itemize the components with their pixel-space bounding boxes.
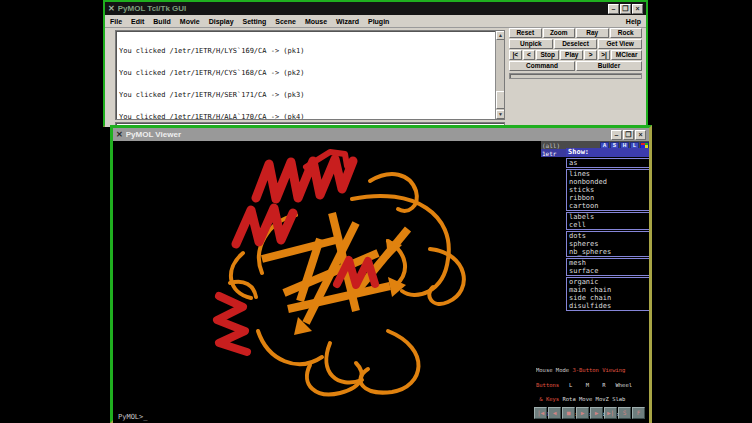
show-menu-item-ribbon[interactable]: ribbon [567, 194, 649, 202]
show-menu-item-sticks[interactable]: sticks [567, 186, 649, 194]
show-menu-item-cell[interactable]: cell [567, 221, 649, 229]
show-menu-title: Show: [566, 148, 649, 157]
show-menu-group: as [566, 158, 649, 168]
show-menu-item-surface[interactable]: surface [567, 267, 649, 275]
close-button[interactable]: × [632, 4, 643, 14]
viewer-titlebar[interactable]: ✕ PyMOL Viewer – ❒ × [113, 128, 649, 141]
console-line: You clicked /1etr/1ETR/H/LYS`169/CA -> (… [119, 48, 494, 55]
mouse-matrix-row: Buttons L M R Wheel [536, 383, 649, 388]
play-icon[interactable]: ▶ [576, 407, 589, 419]
zoom-button[interactable]: Zoom [543, 28, 576, 38]
show-menu-item-main-chain[interactable]: main chain [567, 286, 649, 294]
seek-end-icon[interactable]: ▶| [604, 407, 617, 419]
window-manager-icon: ✕ [116, 131, 123, 139]
gui-titlebar[interactable]: ✕ PyMOL Tcl/Tk GUI – ❒ × [105, 2, 646, 15]
movie-back-button[interactable]: < [523, 50, 536, 60]
console-output: You clicked /1etr/1ETR/H/LYS`169/CA -> (… [115, 30, 505, 120]
window-manager-icon: ✕ [108, 5, 115, 13]
movie-stop-button[interactable]: Stop [536, 50, 559, 60]
maximize-button[interactable]: ❒ [620, 4, 631, 14]
deselect-button[interactable]: Deselect [554, 39, 598, 49]
show-menu-item-nonbonded[interactable]: nonbonded [567, 178, 649, 186]
rock-button[interactable]: Rock [610, 28, 643, 38]
show-menu-group: mesh surface [566, 258, 649, 276]
close-button[interactable]: × [635, 130, 646, 140]
menu-build[interactable]: Build [153, 18, 171, 25]
scroll-down-icon[interactable]: ▼ [496, 110, 505, 119]
command-tab-button[interactable]: Command [509, 61, 575, 71]
scroll-up-icon[interactable]: ▲ [496, 31, 505, 40]
mouse-mode-line: Mouse Mode 3-Button Viewing [536, 368, 649, 373]
show-menu-item-spheres[interactable]: spheres [567, 240, 649, 248]
show-menu-item-labels[interactable]: labels [567, 213, 649, 221]
console-line: You clicked /1etr/1ETR/H/SER`171/CA -> (… [119, 92, 494, 99]
scrollbar-thumb[interactable] [496, 91, 505, 109]
show-menu-group: dots spheres nb_spheres [566, 231, 649, 257]
show-menu-group: lines nonbonded sticks ribbon cartoon [566, 169, 649, 211]
gui-menubar: File Edit Build Movie Display Setting Sc… [105, 15, 646, 28]
show-menu-item-as[interactable]: as [567, 159, 649, 167]
seek-start-icon[interactable]: |◀ [534, 407, 547, 419]
menu-help[interactable]: Help [626, 18, 641, 25]
gui-body: You clicked /1etr/1ETR/H/LYS`169/CA -> (… [105, 28, 646, 127]
progress-strip [509, 73, 642, 79]
console-line: You clicked /1etr/1ETR/H/CYS`168/CA -> (… [119, 70, 494, 77]
show-menu-item-side-chain[interactable]: side chain [567, 294, 649, 302]
movie-last-button[interactable]: >| [598, 50, 611, 60]
minimize-button[interactable]: – [611, 130, 622, 140]
show-menu-item-organic[interactable]: organic [567, 278, 649, 286]
stop-icon[interactable]: ■ [562, 407, 575, 419]
show-menu-item-dots[interactable]: dots [567, 232, 649, 240]
mouse-matrix-row: & Keys Rota Move MovZ Slab [536, 397, 649, 402]
control-panel: Reset Zoom Ray Rock Unpick Deselect Get … [509, 28, 642, 79]
desktop: ✕ PyMOL Tcl/Tk GUI – ❒ × File Edit Build… [0, 0, 752, 423]
show-menu-item-disulfides[interactable]: disulfides [567, 302, 649, 310]
menu-wizard[interactable]: Wizard [336, 18, 359, 25]
show-menu-item-nb-spheres[interactable]: nb_spheres [567, 248, 649, 256]
step-back-icon[interactable]: ◀ [548, 407, 561, 419]
step-forward-icon[interactable]: ▶ [590, 407, 603, 419]
show-menu-item-mesh[interactable]: mesh [567, 259, 649, 267]
reset-button[interactable]: Reset [509, 28, 542, 38]
minimize-button[interactable]: – [608, 4, 619, 14]
viewport[interactable]: (all) A S H L 1etr Show: as lines [113, 141, 649, 423]
movie-controls: |◀ ◀ ■ ▶ ▶ ▶| S F [534, 407, 645, 419]
show-menu-group: organic main chain side chain disulfides [566, 277, 649, 311]
fullscreen-toggle-button[interactable]: F [632, 407, 645, 419]
show-menu-item-cartoon[interactable]: cartoon [567, 202, 649, 210]
menu-movie[interactable]: Movie [180, 18, 200, 25]
viewer-window-title: PyMOL Viewer [126, 130, 608, 139]
maximize-button[interactable]: ❒ [623, 130, 634, 140]
menu-file[interactable]: File [110, 18, 122, 25]
builder-tab-button[interactable]: Builder [576, 61, 642, 71]
console-line: You clicked /1etr/1ETR/H/ALA`170/CA -> (… [119, 114, 494, 120]
seq-toggle-button[interactable]: S [618, 407, 631, 419]
menu-setting[interactable]: Setting [243, 18, 267, 25]
menu-scene[interactable]: Scene [275, 18, 296, 25]
ray-button[interactable]: Ray [576, 28, 609, 38]
menu-display[interactable]: Display [209, 18, 234, 25]
pymol-tcltk-gui-window: ✕ PyMOL Tcl/Tk GUI – ❒ × File Edit Build… [103, 0, 648, 127]
pymol-viewer-window: ✕ PyMOL Viewer – ❒ × [110, 125, 652, 423]
menu-mouse[interactable]: Mouse [305, 18, 327, 25]
unpick-button[interactable]: Unpick [509, 39, 553, 49]
gui-window-title: PyMOL Tcl/Tk GUI [118, 4, 605, 13]
show-menu-item-lines[interactable]: lines [567, 170, 649, 178]
getview-button[interactable]: Get View [598, 39, 642, 49]
movie-first-button[interactable]: |< [509, 50, 522, 60]
pymol-prompt[interactable]: PyMOL>_ [118, 413, 148, 421]
mclear-button[interactable]: MClear [611, 50, 642, 60]
show-menu-group: labels cell [566, 212, 649, 230]
menu-edit[interactable]: Edit [131, 18, 144, 25]
movie-play-button[interactable]: Play [560, 50, 583, 60]
show-menu: Show: as lines nonbonded sticks ribbon c… [566, 148, 649, 311]
movie-forward-button[interactable]: > [584, 50, 597, 60]
console-scrollbar[interactable]: ▲ ▼ [495, 31, 504, 119]
menu-plugin[interactable]: Plugin [368, 18, 389, 25]
